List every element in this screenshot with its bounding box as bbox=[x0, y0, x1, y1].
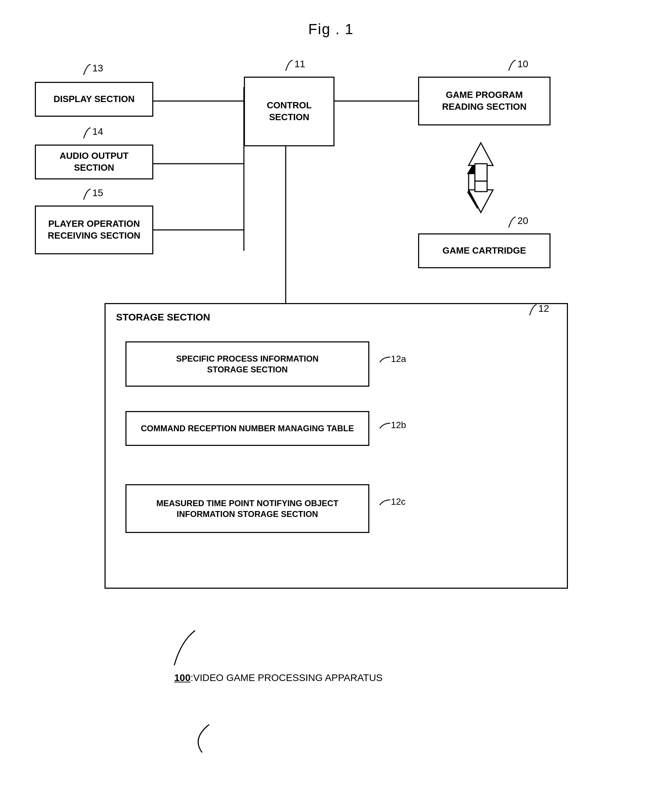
ref-20: 20 bbox=[505, 215, 533, 232]
box-display: DISPLAY SECTION bbox=[35, 82, 153, 117]
ref-15: 15 bbox=[80, 188, 108, 204]
box-game-cartridge: GAME CARTRIDGE bbox=[418, 233, 551, 268]
ref-14: 14 bbox=[80, 126, 108, 143]
ref-10: 10 bbox=[505, 59, 533, 75]
box-audio: AUDIO OUTPUT SECTION bbox=[35, 144, 153, 180]
caption: 100:VIDEO GAME PROCESSING APPARATUS bbox=[174, 672, 382, 684]
box-measured: MEASURED TIME POINT NOTIFYING OBJECT INF… bbox=[125, 484, 370, 533]
ref-12b: 12b bbox=[376, 422, 404, 438]
box-control: CONTROL SECTION bbox=[244, 77, 334, 146]
ref-12: 12 bbox=[526, 303, 554, 319]
ref-11: 11 bbox=[282, 59, 310, 75]
box-specific: SPECIFIC PROCESS INFORMATION STORAGE SEC… bbox=[125, 341, 370, 387]
ref-13: 13 bbox=[80, 63, 108, 79]
svg-rect-13 bbox=[475, 164, 487, 181]
box-game-program: GAME PROGRAM READING SECTION bbox=[418, 77, 551, 125]
box-command: COMMAND RECEPTION NUMBER MANAGING TABLE bbox=[125, 411, 370, 446]
box-player: PLAYER OPERATION RECEIVING SECTION bbox=[35, 205, 153, 254]
svg-rect-15 bbox=[475, 181, 487, 192]
page-title: Fig . 1 bbox=[0, 0, 662, 38]
ref-12c: 12c bbox=[376, 498, 404, 515]
svg-marker-14 bbox=[469, 190, 493, 212]
ref-12a: 12a bbox=[376, 355, 404, 372]
svg-marker-12 bbox=[469, 143, 493, 165]
